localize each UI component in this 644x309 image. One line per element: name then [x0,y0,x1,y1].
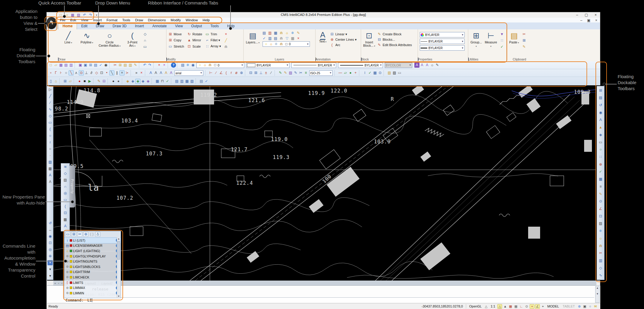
light-icon[interactable]: ☼ [430,63,435,68]
linetype-dropdown[interactable]: BYLAYER ▼ [291,63,336,68]
snap-tangent-icon[interactable]: ∂ [89,70,94,75]
undo-icon[interactable]: ↺ [598,103,603,108]
command-suggestion-limmin[interactable]: ⊛LIMMIN? [64,290,121,296]
status-icon[interactable]: ⊙ [524,304,529,309]
popup-window-icon[interactable]: ▭ [65,232,70,237]
menu-modify[interactable]: Modify [168,18,183,22]
wheel-dropdown[interactable]: BYLAYER▼ [420,32,465,37]
plotstyle-dropdown[interactable]: BYCOLOR ▼ [385,63,412,68]
ribbon-tab-draw[interactable]: Draw [92,23,108,29]
status-30437-8503-185201-0278-0[interactable]: -30437.8503,185201.0278,0 [420,305,464,308]
layer-walk-icon[interactable]: ▥ [267,36,272,41]
command-suggestion-limits[interactable]: ▯LIMITS? [64,280,121,285]
layer-states-icon[interactable]: ▥ [267,31,272,36]
audit-icon[interactable]: ✓ [499,44,504,49]
snap-parallel-icon[interactable]: ╲ [109,70,114,75]
polyline-icon[interactable]: ∿ [48,107,53,112]
menu-tools[interactable]: Tools [120,18,133,22]
maximize-button[interactable]: ▢ [584,13,589,18]
polygon-icon[interactable]: ◇ [48,113,53,119]
layer-delete-icon[interactable]: × [296,36,301,41]
copy-icon[interactable]: ⊞ [118,63,123,68]
explorer-icon[interactable]: ◉ [598,110,603,115]
layer-current-icon[interactable]: ✓ [262,36,267,41]
viewport-icon[interactable]: ▭ [397,70,402,75]
save-icon[interactable]: ▦ [58,63,63,68]
line-dropdown[interactable]: BYLAYER▼ [420,39,465,44]
unlock-icon[interactable]: ⋒ [223,44,228,49]
zoom-extents-icon[interactable]: ⊕ [48,254,53,259]
diamond-icon[interactable]: ◇ [598,266,603,271]
wave-icon[interactable]: ∿ [598,273,603,278]
array-icon[interactable]: ∷ [598,154,603,160]
table-icon[interactable]: ▦ [598,177,603,182]
popup-scrollbar[interactable]: ▲▼ [117,237,120,298]
panel-label-utilities[interactable]: Utilities [468,57,469,61]
new-icon[interactable]: □ [48,63,53,68]
zoom-realtime-icon[interactable]: ◉ [48,234,53,239]
circle-icon[interactable]: ○ [48,133,53,138]
snap-from-icon[interactable]: ≻ [125,70,130,75]
spline-icon[interactable]: ≀ [48,140,53,145]
find-text-icon[interactable]: A [169,70,174,75]
snap-insertion-icon[interactable]: ⊡ [99,70,104,75]
open-icon[interactable]: ▱ [53,63,58,68]
status-icon[interactable]: ∠ [535,304,540,309]
layers-icon[interactable]: ▤ [598,95,603,100]
erase-icon[interactable]: × [157,63,162,68]
command-suggestion-lighttrim[interactable]: ⊛LIGHTTRIM? [64,269,121,275]
measure-point-icon[interactable]: + [353,70,358,75]
snap-node-icon[interactable]: • [104,70,109,75]
freeze-icon[interactable]: ❄ [598,228,603,234]
ribbon-tab-edit[interactable]: Edit [77,23,92,29]
color-dropdown[interactable]: BYLAYER ▼ [246,63,290,68]
create-block-button[interactable]: ✎Create Block [377,32,412,37]
panel-label-modify[interactable]: Modify [166,57,167,61]
drawing-viewport[interactable]: 114.8114.998.2119.2122.0119.9121.6109.31… [53,86,596,281]
text-a-icon[interactable]: A [63,224,68,229]
ellipse-icon[interactable]: ○ [48,146,53,152]
filter-icon[interactable]: ▼ [499,32,504,37]
quickselect-icon[interactable]: ∷ [499,38,504,43]
text-style-icon[interactable]: A [148,70,153,75]
layer-merge-icon[interactable]: ▤ [273,36,278,41]
snap-apparent-icon[interactable]: ⋏ [74,70,79,75]
arc-icon[interactable]: ( [48,127,53,132]
mtext-icon[interactable]: A [48,179,53,184]
matchprops-icon[interactable]: ✎ [522,44,527,49]
layer-dropdown[interactable]: ○☼❄⋒□ 0 ▼ [263,41,310,47]
undo-icon[interactable]: ↶ [142,63,147,68]
layer-paint-icon[interactable]: ✎ [296,31,301,36]
polyline-button[interactable]: ∿ Polyline [78,31,95,44]
menu-format[interactable]: Format [104,18,120,22]
layers-button[interactable]: ▤ Layers... [246,31,260,47]
panel-label-layers[interactable]: Layers [244,57,315,61]
dim-center-icon[interactable]: ⊕ [239,70,244,75]
ribbon-tab-insert[interactable]: Insert [131,23,148,29]
dim-override-icon[interactable]: ✎ [293,70,298,75]
edit-block-attributes-button[interactable]: ✎Edit Block Attributes [377,43,412,47]
stop-icon[interactable]: ■ [82,79,87,84]
array-button[interactable]: ∷Array ▾ [205,44,221,49]
home-icon[interactable]: ⌂ [53,79,58,84]
status-icon[interactable]: ▦ [513,304,518,309]
measure-region-icon[interactable]: ● [348,70,353,75]
window-icon[interactable]: ⊡ [598,214,603,219]
dim-radius-icon[interactable]: r [229,70,234,75]
layer-iso-icon[interactable]: ▦ [184,79,190,84]
command-input[interactable]: Command: LI [64,297,594,303]
snap-settings-icon[interactable]: ∘ [48,70,53,75]
ribbon-tab-tools[interactable]: Tools [206,23,223,29]
status-icon[interactable]: ∟ [519,304,524,309]
hatch-icon[interactable]: ▨ [48,160,53,165]
status-1-1[interactable]: 1:1 [489,305,497,308]
lock-icon[interactable]: ⋒ [598,243,603,249]
layers-explorer-icon[interactable]: ▤ [180,63,185,68]
print-preview-icon[interactable]: ⊞ [88,63,93,68]
status-icon[interactable]: ▦ [508,304,513,309]
spell-check-icon[interactable]: ✓ [98,63,103,68]
text-color-icon[interactable]: A [414,63,419,68]
run-snap-icon[interactable]: » [134,70,139,75]
circle-icon[interactable]: ○ [598,147,603,152]
rectangle-icon[interactable]: ▭ [143,44,148,49]
